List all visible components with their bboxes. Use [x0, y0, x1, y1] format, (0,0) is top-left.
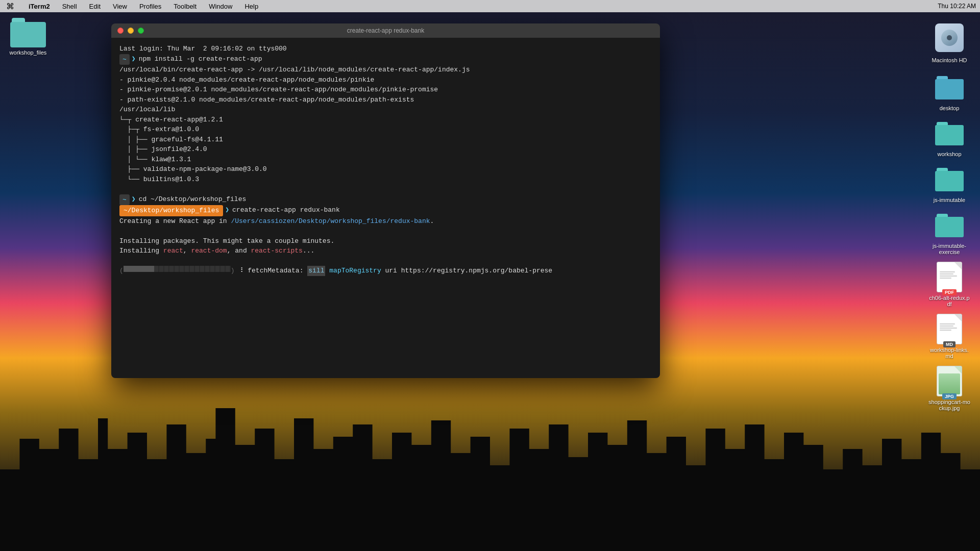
folder-icon [10, 18, 46, 47]
menubar: ⌘ iTerm2 Shell Edit View Profiles Toolbe… [0, 0, 980, 12]
desktop-icon-js-immutable-exercise[interactable]: js-immutable-exercise [926, 208, 972, 257]
terminal-line-cd: ~ ❯ cd ~/Desktop/workshop_files [119, 194, 652, 206]
menubar-time: Thu 10:22 AM [938, 3, 976, 10]
terminal-titlebar: create-react-app redux-bank [111, 23, 660, 38]
progress-bar-empty [154, 266, 231, 272]
folder-label: workshop_files [10, 49, 47, 56]
terminal-line-progress: ( ) ⠸ fetchMetadata: sill mapToRegistry … [119, 266, 652, 276]
desktop-icon-macintosh-hd[interactable]: Macintosh HD [926, 20, 972, 67]
terminal-tree-6: └── builtins@1.0.3 [119, 174, 652, 185]
traffic-lights [117, 28, 144, 34]
terminal-tree-4: │ └── klaw@1.3.1 [119, 155, 652, 165]
terminal-line-3: - pinkie-promise@2.0.1 node_modules/crea… [119, 85, 652, 95]
menu-profiles[interactable]: Profiles [137, 2, 163, 11]
js-immutable-label: js-immutable [934, 197, 965, 203]
desktop-icon-shoppingcart[interactable]: JPG shoppingcart-mockup.jpg [926, 364, 972, 413]
menu-help[interactable]: Help [242, 2, 260, 11]
menu-edit[interactable]: Edit [87, 2, 103, 11]
menu-toolbelt[interactable]: Toolbelt [172, 2, 199, 11]
workshop-links-label: workshop-links.md [928, 347, 970, 359]
menubar-right: Thu 10:22 AM [938, 3, 976, 10]
menu-window[interactable]: Window [207, 2, 234, 11]
terminal-line-5: /usr/local/lib [119, 105, 652, 115]
desktop-icons: Macintosh HD desktop workshop js [919, 15, 980, 510]
desktop-folder-workshop-files[interactable]: workshop_files [5, 18, 51, 56]
desktop-icon-js-immutable[interactable]: js-immutable [926, 162, 972, 205]
terminal-line-installing2: Installing react, react-dom, and react-s… [119, 246, 652, 256]
harddrive-icon [935, 23, 964, 52]
terminal-line-1: /usr/local/bin/create-react-app -> /usr/… [119, 65, 652, 75]
ch06-pdf-label: ch06-alt-redux.pdf [928, 295, 970, 307]
desktop-icon-desktop[interactable]: desktop [926, 70, 972, 113]
terminal-line-4: - path-exists@2.1.0 node_modules/create-… [119, 95, 652, 105]
terminal-line-login: Last login: Thu Mar 2 09:16:02 on ttys00… [119, 44, 652, 54]
apple-menu[interactable]: ⌘ [4, 1, 16, 12]
close-button[interactable] [117, 28, 124, 34]
folder-body [10, 22, 46, 47]
terminal-line-creating: Creating a new React app in /Users/cassi… [119, 216, 652, 227]
terminal-tree-3: │ ├── jsonfile@2.4.0 [119, 144, 652, 155]
terminal-window[interactable]: create-react-app redux-bank Last login: … [111, 23, 660, 378]
terminal-line-2: - pinkie@2.0.4 node_modules/create-react… [119, 75, 652, 85]
workshop-folder-label: workshop [937, 151, 961, 157]
terminal-tree-1: ├─┬ fs-extra@1.0.0 [119, 124, 652, 135]
terminal-title: create-react-app redux-bank [347, 27, 424, 34]
macintosh-hd-label: Macintosh HD [926, 55, 972, 65]
terminal-blank-3 [119, 256, 652, 266]
terminal-blank-2 [119, 226, 652, 236]
progress-bar-filled [124, 266, 154, 272]
terminal-tree-root: └─┬ create-react-app@1.2.1 [119, 115, 652, 125]
terminal-tree-2: │ ├── graceful-fs@4.1.11 [119, 135, 652, 145]
desktop-icon-workshop-links[interactable]: MD workshop-links.md [926, 312, 972, 361]
terminal-line-cra: ~/Desktop/workshop_files ❯ create-react-… [119, 205, 652, 216]
desktop-icon-workshop[interactable]: workshop [926, 116, 972, 159]
terminal-blank-1 [119, 184, 652, 194]
desktop-icon-ch06-pdf[interactable]: PDF ch06-alt-redux.pdf [926, 260, 972, 309]
js-immutable-exercise-label: js-immutable-exercise [928, 243, 970, 255]
terminal-line-installing: Installing packages. This might take a c… [119, 236, 652, 246]
desktop-folder-label: desktop [940, 105, 960, 111]
menu-shell[interactable]: Shell [60, 2, 79, 11]
shoppingcart-label: shoppingcart-mockup.jpg [928, 399, 970, 411]
minimize-button[interactable] [128, 28, 134, 34]
terminal-tree-5: ├── validate-npm-package-name@3.0.0 [119, 164, 652, 174]
menu-view[interactable]: View [111, 2, 129, 11]
menubar-left: ⌘ iTerm2 Shell Edit View Profiles Toolbe… [4, 1, 260, 12]
app-name[interactable]: iTerm2 [27, 2, 52, 11]
terminal-line-npm-install: ~ ❯ npm install -g create-react-app [119, 54, 652, 65]
maximize-button[interactable] [138, 28, 144, 34]
terminal-body[interactable]: Last login: Thu Mar 2 09:16:02 on ttys00… [111, 38, 660, 378]
